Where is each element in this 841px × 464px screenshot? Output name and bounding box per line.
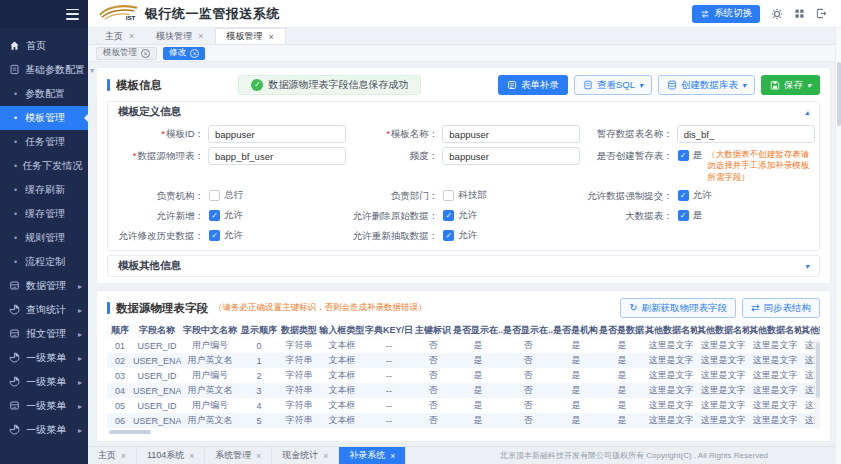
checkbox-force-submit[interactable]: ✓	[678, 190, 689, 201]
table-row[interactable]: 02USER_ENAME用户英文名1字符串文本框--否是否是是这里是文字这里是文…	[107, 353, 820, 368]
data-icon	[9, 400, 21, 412]
page-scrollbar[interactable]	[835, 28, 841, 464]
table-row[interactable]: 07USER_ID用户编号6字符串文本框--否是否是是这里是文字这里是文字这里是…	[107, 428, 820, 429]
close-icon[interactable]: ×	[390, 451, 395, 461]
table-cell: 字符串	[279, 353, 319, 368]
table-row[interactable]: 05USER_ID用户编号4字符串文本框--否是否是是这里是文字这里是文字这里是…	[107, 398, 820, 413]
table-row[interactable]: 01USER_ID用户编号0字符串文本框--否是否是是这里是文字这里是文字这里是…	[107, 338, 820, 353]
tab-template-mgmt[interactable]: 模板管理×	[215, 28, 286, 44]
sidebar-item-process-custom[interactable]: •流程定制	[0, 250, 88, 274]
settings-icon[interactable]	[771, 8, 783, 20]
sidebar-item-query-stats[interactable]: 查询统计▸	[0, 298, 88, 322]
template-definition-panel: 模板定义信息 ▴ 模板ID：模板名称：暂存数据表名称：数据源物理表：频度：是否创…	[107, 101, 820, 251]
field-label-allow-modify-history: 允许修改历史数据：	[112, 227, 204, 243]
checkbox-create-temp-table[interactable]: ✓	[678, 150, 689, 161]
system-switch-button[interactable]: 系统切换	[692, 5, 760, 23]
input-temp-table-name[interactable]	[677, 125, 815, 143]
sidebar-item-task-mgmt[interactable]: •任务管理	[0, 130, 88, 154]
sidebar-item-menu-level1-3[interactable]: 一级菜单▸	[0, 394, 88, 418]
checkbox-big-data-table[interactable]: ✓	[678, 210, 689, 221]
form-cell: 暂存数据表名称：	[581, 123, 815, 145]
collapse-menu-icon[interactable]	[66, 9, 79, 20]
sidebar-item-home[interactable]: 首页	[0, 34, 88, 58]
expand-panel-icon[interactable]: ▾	[805, 262, 809, 271]
database-icon	[667, 80, 677, 90]
sidebar-item-message-mgmt[interactable]: 报文管理▸	[0, 322, 88, 346]
sidebar-item-base-params[interactable]: 基础参数配置▾	[0, 58, 88, 82]
view-sql-button[interactable]: 查看SQL ▾	[574, 75, 652, 95]
collapse-panel-icon[interactable]: ▴	[805, 108, 809, 117]
create-db-table-button[interactable]: 创建数据库表 ▾	[658, 75, 755, 95]
logout-icon[interactable]	[816, 8, 827, 19]
table-cell: 用户英文名	[181, 413, 239, 428]
close-icon[interactable]: ×	[129, 31, 134, 41]
table-cell: USER_ENAME	[133, 413, 181, 428]
refresh-fields-button[interactable]: ↻ 刷新获取物理表字段	[620, 298, 736, 318]
table-row[interactable]: 04USER_ENAME用户英文名3字符串文本框--否是否是是这里是文字这里是文…	[107, 383, 820, 398]
sidebar-item-rule-mgmt[interactable]: •规则管理	[0, 226, 88, 250]
checkbox-allow-modify-history[interactable]: ✓	[209, 230, 220, 241]
checkbox-allow-re-extract[interactable]: ✓	[443, 230, 454, 241]
sidebar-item-menu-level1-1[interactable]: 一级菜单▸	[0, 346, 88, 370]
form-cell: 模板名称：	[346, 123, 580, 145]
form-supplement-button[interactable]: 表单补录	[498, 75, 568, 95]
checkbox-allow-delete-original[interactable]: ✓	[443, 210, 454, 221]
table-cell: 是	[553, 413, 599, 428]
input-datasource-table[interactable]	[208, 147, 346, 165]
sidebar-item-data-mgmt[interactable]: 数据管理▸	[0, 274, 88, 298]
close-icon[interactable]: ×	[198, 31, 203, 41]
column-header: 字段中文名称	[181, 322, 239, 338]
bottom-tab-system-mgmt[interactable]: 系统管理×	[205, 447, 272, 464]
sidebar-item-task-dispatch[interactable]: •任务下发情况	[0, 154, 88, 178]
sql-doc-icon	[583, 80, 593, 90]
template-other-header: 模板其他信息 ▾	[108, 256, 819, 276]
breadcrumb-chip-edit[interactable]: 修改×	[163, 47, 205, 60]
close-icon[interactable]: ×	[190, 49, 199, 58]
close-icon[interactable]: ×	[269, 32, 274, 42]
checkbox-allow-add[interactable]: ✓	[209, 210, 220, 221]
bottom-tab-supplement-system[interactable]: 补录系统×	[339, 447, 406, 464]
table-vertical-scrollbar[interactable]	[815, 338, 820, 429]
table-cell: 文本框	[319, 383, 365, 398]
table-row[interactable]: 03USER_ID用户编号2字符串文本框--否是否是是这里是文字这里是文字这里是…	[107, 368, 820, 383]
sidebar-item-menu-level1-2[interactable]: 一级菜单▸	[0, 370, 88, 394]
table-cell: 04	[107, 383, 133, 398]
bottom-tab-home[interactable]: 主页×	[88, 447, 137, 464]
close-icon[interactable]: ×	[141, 49, 150, 58]
input-template-id[interactable]	[208, 125, 346, 143]
tab-module-mgmt[interactable]: 模块管理×	[145, 28, 214, 44]
table-row[interactable]: 06USER_ENAME用户英文名5字符串文本框--否是否是是这里是文字这里是文…	[107, 413, 820, 428]
form-row: 负责机构：总行负责部门：科技部允许数据强制提交：✓允许	[112, 185, 815, 205]
bottom-tab-cash-stats[interactable]: 现金统计×	[272, 447, 339, 464]
close-icon[interactable]: ×	[323, 451, 328, 461]
save-button[interactable]: 保存 ▾	[761, 75, 820, 95]
form-cell	[581, 225, 815, 245]
tab-label: 现金统计	[282, 449, 318, 462]
scrollbar-thumb[interactable]	[109, 430, 151, 434]
input-frequency[interactable]	[442, 147, 580, 165]
sidebar-item-params-config[interactable]: •参数配置	[0, 82, 88, 106]
chevron-down-icon: ▾	[807, 81, 811, 90]
input-template-name[interactable]	[442, 125, 580, 143]
checkbox-label-resp-org: 总行	[224, 187, 243, 202]
fields-actions: ↻ 刷新获取物理表字段 ⇄ 同步表结构	[620, 298, 820, 318]
apps-icon[interactable]	[794, 8, 805, 19]
sidebar-item-cache-refresh[interactable]: •缓存刷新	[0, 178, 88, 202]
breadcrumb-chip-template-mgmt[interactable]: 模板管理×	[96, 47, 157, 60]
tab-home[interactable]: 主页×	[94, 28, 145, 44]
bottom-tab-system-1104[interactable]: 1104系统×	[137, 447, 205, 464]
close-icon[interactable]: ×	[121, 451, 126, 461]
checkbox-resp-org[interactable]	[209, 190, 220, 201]
checkbox-resp-dept[interactable]	[443, 190, 454, 201]
scrollbar-thumb[interactable]	[837, 62, 841, 126]
sidebar-item-menu-level1-4[interactable]: 一级菜单▸	[0, 418, 88, 442]
close-icon[interactable]: ×	[256, 451, 261, 461]
table-horizontal-scrollbar[interactable]	[107, 430, 820, 435]
table-cell: 否	[503, 398, 553, 413]
sync-structure-button[interactable]: ⇄ 同步表结构	[742, 298, 820, 318]
sidebar-item-cache-mgmt[interactable]: •缓存管理	[0, 202, 88, 226]
sidebar-item-template-mgmt[interactable]: •模板管理	[0, 106, 88, 130]
close-icon[interactable]: ×	[189, 451, 194, 461]
scrollbar-thumb[interactable]	[816, 342, 820, 398]
column-header: 是否显示在...	[453, 322, 503, 338]
